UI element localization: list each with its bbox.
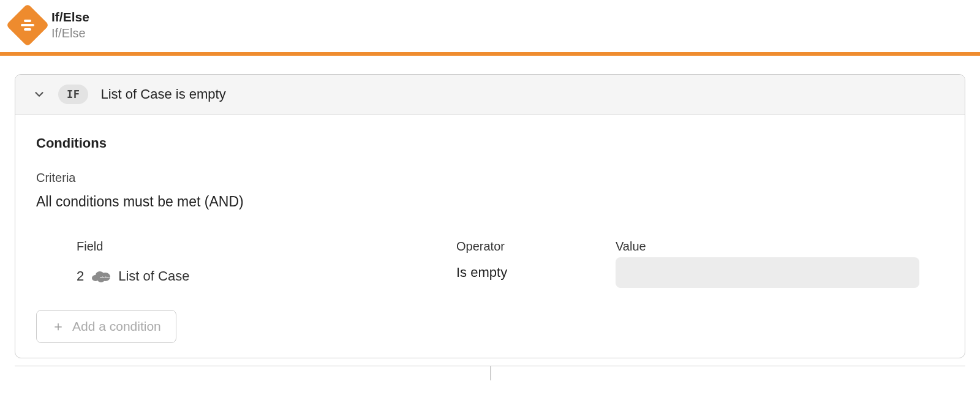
page-header: If/Else If/Else <box>0 0 980 52</box>
ifelse-icon <box>6 3 50 47</box>
header-title: If/Else <box>51 9 89 25</box>
condition-field-cell[interactable]: 2 salesforce List of Case <box>77 265 456 288</box>
condition-field-label: List of Case <box>118 268 189 284</box>
criteria-value[interactable]: All conditions must be met (AND) <box>36 194 944 210</box>
condition-operator-cell[interactable]: Is empty <box>456 265 616 288</box>
condition-value-cell[interactable] <box>616 257 919 288</box>
header-subtitle: If/Else <box>51 25 89 41</box>
if-panel: IF List of Case is empty Conditions Crit… <box>15 74 965 358</box>
if-panel-title: List of Case is empty <box>100 86 225 102</box>
add-condition-label: Add a condition <box>72 319 161 334</box>
if-panel-body: Conditions Criteria All conditions must … <box>15 115 965 358</box>
add-condition-button[interactable]: ＋ Add a condition <box>36 310 176 343</box>
column-header-field: Field <box>77 239 456 254</box>
salesforce-icon: salesforce <box>91 270 111 283</box>
conditions-section-title: Conditions <box>36 135 944 151</box>
plus-icon: ＋ <box>51 320 65 333</box>
condition-step-number: 2 <box>77 268 84 284</box>
svg-text:salesforce: salesforce <box>100 276 111 279</box>
flow-connector <box>15 366 965 380</box>
if-badge: IF <box>58 85 88 104</box>
chevron-down-icon[interactable] <box>32 88 46 101</box>
if-panel-header[interactable]: IF List of Case is empty <box>15 75 965 115</box>
column-header-value: Value <box>616 239 919 254</box>
criteria-label: Criteria <box>36 171 944 185</box>
column-header-operator: Operator <box>456 239 616 254</box>
conditions-table: Field Operator Value 2 salesforce <box>36 239 944 288</box>
